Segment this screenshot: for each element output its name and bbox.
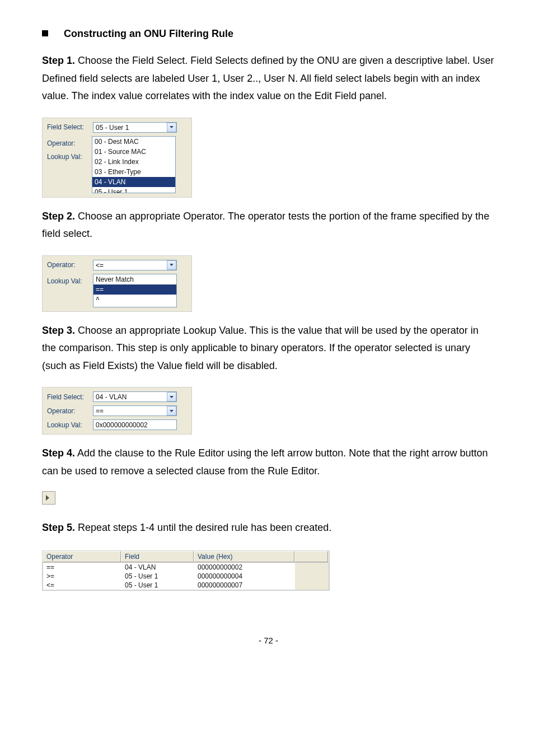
field-select-value: 05 - User 1	[93, 123, 131, 133]
lookup-label: Lookup Val:	[46, 147, 93, 161]
option-ether-type[interactable]: 03 - Ether-Type	[92, 167, 175, 177]
step3-text: Choose an appropriate Lookup Value. This…	[42, 325, 479, 371]
option-link-index[interactable]: 02 - Link Index	[92, 157, 175, 167]
step2-text: Choose an appropriate Operator. The oper…	[42, 211, 489, 240]
cell-field: 05 - User 1	[121, 572, 194, 581]
field-select-label-3: Field Select:	[46, 393, 93, 401]
col-header-value[interactable]: Value (Hex)	[194, 551, 294, 562]
table-row[interactable]: == 04 - VLAN 000000000002	[43, 563, 329, 572]
operator-combo-3[interactable]: ==	[93, 405, 177, 416]
svg-marker-2	[170, 396, 174, 398]
field-select-option-list[interactable]: 00 - Dest MAC 01 - Source MAC 02 - Link …	[92, 136, 176, 193]
dropdown-button-icon[interactable]	[167, 406, 176, 416]
cell-tail	[295, 572, 329, 581]
svg-marker-1	[170, 264, 174, 266]
step3-label: Step 3.	[42, 325, 75, 336]
cell-field: 05 - User 1	[121, 581, 194, 590]
right-arrow-button[interactable]	[42, 491, 55, 505]
operator-combo[interactable]: <=	[93, 260, 177, 270]
field-select-value-3: 04 - VLAN	[93, 392, 129, 402]
col-header-operator[interactable]: Operator	[43, 551, 121, 562]
option-dest-mac[interactable]: 00 - Dest MAC	[92, 137, 175, 147]
col-header-tail	[294, 551, 328, 562]
option-equals-selected[interactable]: ==	[93, 284, 176, 295]
step5-text: Repeat steps 1-4 until the desired rule …	[75, 522, 331, 533]
option-user1-partial[interactable]: 05 - User 1	[92, 187, 175, 193]
table-row[interactable]: >= 05 - User 1 000000000004	[43, 572, 329, 581]
dropdown-button-icon[interactable]	[167, 123, 176, 132]
step4-text: Add the clause to the Rule Editor using …	[42, 447, 488, 477]
option-vlan-selected[interactable]: 04 - VLAN	[92, 177, 175, 187]
cell-tail	[295, 581, 329, 590]
dropdown-button-icon[interactable]	[167, 260, 176, 270]
step1-label: Step 1.	[42, 55, 75, 66]
operator-label-2: Operator:	[46, 261, 93, 269]
cell-op: <=	[43, 581, 121, 590]
step2-paragraph: Step 2. Choose an appropriate Operator. …	[42, 208, 495, 243]
rule-table-header: Operator Field Value (Hex)	[43, 551, 329, 562]
lookup-group: Field Select: 04 - VLAN Operator: == Loo…	[42, 387, 192, 435]
cell-op: ==	[43, 563, 121, 572]
cell-val: 000000000002	[194, 563, 295, 572]
field-select-label: Field Select:	[46, 123, 93, 131]
step1-text: Choose the Field Select. Field Selects d…	[42, 55, 494, 101]
cell-field: 04 - VLAN	[121, 563, 194, 572]
cell-val: 000000000004	[194, 572, 295, 581]
lookup-label-3: Lookup Val:	[46, 421, 93, 429]
step2-label: Step 2.	[42, 211, 75, 222]
svg-marker-3	[170, 410, 174, 412]
option-source-mac[interactable]: 01 - Source MAC	[92, 147, 175, 157]
page-number: - 72 -	[42, 636, 495, 645]
step3-paragraph: Step 3. Choose an appropriate Lookup Val…	[42, 322, 495, 375]
operator-value-3: ==	[93, 406, 106, 416]
table-row[interactable]: <= 05 - User 1 000000000007	[43, 581, 329, 590]
field-select-combo[interactable]: 05 - User 1	[93, 122, 177, 133]
operator-label-3: Operator:	[46, 407, 93, 415]
field-select-combo-3[interactable]: 04 - VLAN	[93, 391, 177, 402]
cell-op: >=	[43, 572, 121, 581]
option-never-match[interactable]: Never Match	[93, 274, 176, 284]
step4-paragraph: Step 4. Add the clause to the Rule Edito…	[42, 445, 495, 480]
rule-table-body: == 04 - VLAN 000000000002 >= 05 - User 1…	[43, 562, 329, 590]
rule-table: Operator Field Value (Hex) == 04 - VLAN …	[42, 550, 330, 591]
lookup-value: 0x000000000002	[93, 420, 150, 430]
step4-label: Step 4.	[42, 447, 75, 459]
cell-val: 000000000007	[194, 581, 295, 590]
lookup-input[interactable]: 0x000000000002	[93, 419, 177, 430]
operator-value: <=	[93, 260, 106, 270]
col-header-field[interactable]: Field	[121, 551, 194, 562]
section-heading: Constructing an ONU Filtering Rule	[42, 28, 495, 40]
option-trailing[interactable]: /\	[93, 295, 176, 300]
field-select-group-1: Field Select: 05 - User 1 Operator: Look…	[42, 118, 192, 198]
operator-option-list[interactable]: Never Match == /\	[93, 274, 177, 307]
operator-label: Operator:	[46, 136, 93, 147]
operator-group: Operator: <= Lookup Val: Never Match == …	[42, 255, 192, 312]
dropdown-button-icon[interactable]	[167, 392, 176, 402]
step5-label: Step 5.	[42, 522, 75, 533]
bullet-icon	[42, 30, 48, 36]
lookup-label-2: Lookup Val:	[46, 274, 93, 285]
step5-paragraph: Step 5. Repeat steps 1-4 until the desir…	[42, 519, 495, 537]
step1-paragraph: Step 1. Choose the Field Select. Field S…	[42, 52, 495, 105]
svg-marker-0	[170, 126, 174, 128]
cell-tail	[295, 563, 329, 572]
heading-text: Constructing an ONU Filtering Rule	[64, 28, 233, 40]
